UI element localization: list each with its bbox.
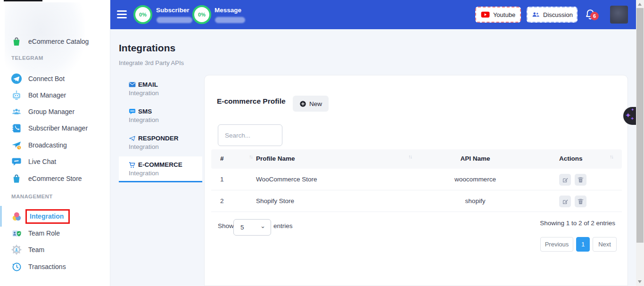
- chevron-down-icon: ⌄: [260, 222, 265, 229]
- vertical-scrollbar[interactable]: [636, 0, 644, 286]
- sidebar-item-team[interactable]: Team: [0, 242, 110, 258]
- subnav-title-label: SMS: [138, 108, 152, 115]
- sidebar-item-label: eCommerce Store: [28, 175, 82, 182]
- scroll-down-arrow[interactable]: [638, 280, 642, 283]
- robot-icon: [11, 90, 22, 101]
- subscriber-stat-label: Subscriber: [156, 7, 190, 14]
- pagination-previous-button[interactable]: Previous: [540, 237, 573, 252]
- column-header-profile-name[interactable]: Profile Name: [256, 155, 295, 162]
- scroll-up-arrow[interactable]: [638, 3, 642, 6]
- sidebar-item-label: Bot Manager: [28, 91, 66, 99]
- discussion-button-label: Discussion: [543, 11, 573, 18]
- message-progress-circle: 0%: [192, 5, 211, 24]
- people-group-icon: [11, 106, 22, 117]
- app-root: eCommerce Catalog TELEGRAM Connect Bot B…: [0, 0, 644, 286]
- role-badge-icon: [11, 228, 22, 239]
- subnav-item-ecommerce[interactable]: E-COMMERCE Integration: [119, 156, 202, 182]
- user-avatar[interactable]: [610, 6, 628, 24]
- shopping-bag-blue-icon: [11, 173, 22, 184]
- panel-heading: E-commerce Profile: [217, 97, 286, 106]
- sidebar-item-broadcasting[interactable]: Broadcasting: [0, 137, 110, 153]
- color-circles-icon: [11, 211, 22, 222]
- subnav-title-label: RESPONDER: [138, 135, 179, 142]
- sort-icon[interactable]: ↑↓: [408, 154, 412, 159]
- pagination-page-1-button[interactable]: 1: [576, 237, 590, 252]
- ecommerce-profile-card: E-commerce Profile New # ↑↓ Profile Name…: [204, 75, 628, 286]
- page-subtitle: Integrate 3rd Party APIs: [119, 59, 184, 66]
- sidebar-item-ecommerce-store[interactable]: eCommerce Store: [0, 171, 110, 187]
- users-icon: [531, 11, 540, 18]
- subnav-subtitle: Integration: [129, 90, 202, 97]
- sidebar-section-management: MANAGEMENT: [11, 194, 53, 199]
- row-num: 2: [220, 197, 224, 204]
- sparkle-icon: ✦: [631, 107, 635, 112]
- sidebar-item-transactions[interactable]: Transactions: [0, 259, 110, 275]
- youtube-button[interactable]: Youtube: [475, 7, 521, 23]
- row-profile-name: WooCommerce Store: [256, 176, 317, 183]
- sidebar-item-integration[interactable]: Integration: [0, 208, 110, 224]
- subnav-title-label: E-COMMERCE: [138, 161, 182, 168]
- svg-text:SMS: SMS: [130, 110, 134, 112]
- logo-redacted-bar: [4, 0, 42, 1]
- message-stat-label: Message: [215, 7, 241, 14]
- table-header: # ↑↓ Profile Name ↑↓ API Name Actions ↑↓: [211, 149, 622, 169]
- sidebar-item-ecommerce-catalog[interactable]: eCommerce Catalog: [0, 33, 110, 49]
- sidebar-item-group-manager[interactable]: Group Manager: [0, 104, 110, 120]
- edit-button[interactable]: [559, 196, 571, 207]
- entries-select[interactable]: 5 ⌄: [233, 219, 271, 236]
- delete-button[interactable]: [575, 174, 586, 186]
- sidebar-item-label: eCommerce Catalog: [28, 38, 89, 45]
- discussion-button[interactable]: Discussion: [527, 7, 578, 23]
- subnav-item-email[interactable]: EMAIL Integration: [119, 81, 202, 97]
- sidebar-item-live-chat[interactable]: Live Chat: [0, 154, 110, 170]
- subnav-item-sms[interactable]: SMS SMS Integration: [119, 108, 202, 123]
- column-header-actions[interactable]: Actions: [559, 155, 583, 162]
- entries-select-value: 5: [240, 224, 244, 231]
- sidebar-item-label: Connect Bot: [28, 75, 65, 82]
- sidebar-item-label: Live Chat: [28, 158, 56, 165]
- subnav-subtitle: Integration: [129, 116, 202, 123]
- subscriber-percent: 0%: [139, 12, 147, 17]
- column-header-num[interactable]: #: [220, 155, 224, 162]
- column-header-api-name[interactable]: API Name: [414, 155, 537, 162]
- table-row: 2 Shopify Store shopify: [211, 190, 622, 212]
- sidebar-item-label: Subscriber Manager: [28, 124, 88, 132]
- sparkle-icon: ✦: [630, 116, 634, 121]
- showing-entries-text: Showing 1 to 2 of 2 entries: [540, 220, 615, 227]
- pagination-next-button[interactable]: Next: [593, 237, 617, 252]
- edit-button[interactable]: [559, 174, 571, 186]
- active-indicator-bar: [0, 206, 2, 227]
- row-profile-name: Shopify Store: [256, 197, 294, 204]
- sidebar-item-subscriber-manager[interactable]: Subscriber Manager: [0, 120, 110, 136]
- subnav-subtitle: Integration: [129, 143, 202, 150]
- row-api-name: shopify: [414, 197, 537, 204]
- send-plane-icon: [129, 135, 136, 142]
- youtube-button-label: Youtube: [493, 11, 515, 18]
- sms-bubble-icon: SMS: [129, 108, 136, 115]
- scrollbar-thumb[interactable]: [636, 8, 644, 243]
- delete-button[interactable]: [575, 196, 586, 207]
- sidebar-item-team-role[interactable]: Team Role: [0, 225, 110, 241]
- sidebar-item-bot-manager[interactable]: Bot Manager: [0, 87, 110, 103]
- new-button-label: New: [309, 100, 322, 107]
- sidebar-item-label: Broadcasting: [28, 141, 67, 149]
- sort-icon[interactable]: ↑↓: [610, 154, 613, 159]
- broadcast-plane-icon: [11, 139, 22, 151]
- show-label: Show: [218, 222, 234, 229]
- plus-circle-icon: [299, 100, 306, 107]
- sidebar-item-label-annotated: Integration: [25, 209, 70, 224]
- page-title: Integrations: [119, 42, 175, 54]
- sort-icon[interactable]: ↑↓: [249, 154, 252, 159]
- subscriber-stat-redacted-value: [157, 17, 192, 23]
- new-profile-button[interactable]: New: [293, 96, 329, 112]
- notification-count-badge: 6: [590, 12, 599, 20]
- sidebar-item-connect-bot[interactable]: Connect Bot: [0, 71, 110, 87]
- search-input[interactable]: [218, 124, 282, 146]
- subnav-subtitle: Integration: [129, 170, 202, 177]
- email-icon: [129, 82, 136, 88]
- subnav-item-responder[interactable]: RESPONDER Integration: [119, 135, 202, 150]
- contact-book-icon: [11, 123, 22, 134]
- hamburger-menu-icon[interactable]: [117, 10, 127, 18]
- row-num: 1: [220, 176, 224, 183]
- sidebar-item-label: Team: [28, 246, 44, 253]
